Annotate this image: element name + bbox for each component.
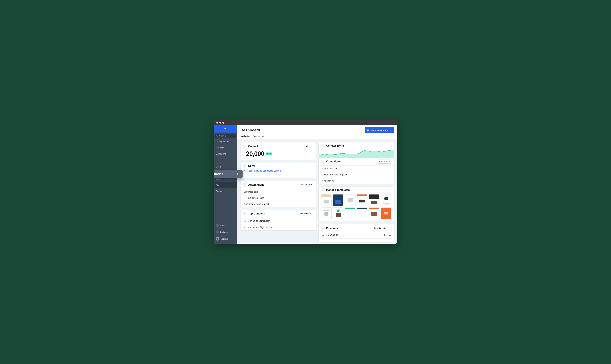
create-campaign-card-button[interactable]: Create New [378, 159, 391, 164]
avatar [216, 237, 219, 241]
template-thumbnail[interactable] [321, 208, 332, 219]
sidebar-item-getting-started[interactable]: Getting Started [214, 139, 237, 145]
card-icon-placeholder [321, 160, 324, 163]
chevron-down-icon [310, 213, 312, 214]
list-item[interactable]: We miss you [319, 178, 394, 184]
list-item[interactable]: September sale [319, 166, 394, 171]
sidebar-item-user[interactable]: Nathalie [214, 235, 237, 242]
tab-marketing[interactable]: Marketing [240, 135, 250, 139]
template-thumbnail[interactable] [321, 194, 332, 206]
add-contact-button[interactable]: Add [304, 144, 313, 148]
template-thumbnail[interactable] [357, 208, 368, 219]
chevron-right-icon [233, 238, 235, 240]
list-item[interactable]: Customer reviews request [319, 171, 394, 178]
chevron-right-icon [233, 141, 235, 143]
sidebar-item-apps[interactable]: Apps [214, 222, 237, 229]
card-title: News [248, 164, 313, 168]
template-thumbnail[interactable] [381, 194, 391, 206]
page-header: Dashboard Create a campaign Marketing Ec… [237, 125, 397, 139]
template-thumbnail[interactable] [381, 208, 391, 219]
tab-ecommerce[interactable]: Ecommerce [253, 135, 264, 139]
create-automation-button[interactable]: Create New [300, 183, 313, 187]
sidebar-item-campaigns[interactable]: Campaigns [214, 151, 237, 157]
template-thumbnail[interactable] [369, 208, 379, 219]
chevron-right-icon [233, 190, 235, 192]
sort-interaction-button[interactable]: Interaction [298, 212, 313, 216]
card-title: Contacts [248, 145, 302, 148]
card-title: Campaigns [326, 160, 376, 163]
templates-card: Manage Templates [319, 186, 394, 222]
template-thumbnail[interactable] [357, 194, 368, 206]
card-icon-placeholder [243, 212, 246, 215]
template-thumbnail[interactable] [345, 194, 356, 206]
page-title: Dashboard [240, 128, 260, 132]
card-icon-placeholder [243, 183, 246, 186]
pipelines-filter-button[interactable]: Last 3 months [373, 226, 391, 230]
main-area: Dashboard Create a campaign Marketing Ec… [237, 125, 397, 244]
card-title: Top Contacts [248, 212, 296, 215]
create-campaign-button[interactable]: Create a campaign [365, 127, 394, 133]
window-max-dot[interactable] [222, 122, 224, 124]
dashboard-content: Contacts Add 20,000 +20% [237, 139, 397, 244]
chevron-right-icon [233, 178, 235, 180]
window-min-dot[interactable] [219, 122, 221, 124]
apps-icon [216, 224, 219, 227]
list-item[interactable]: VIP exclusive access [241, 195, 316, 201]
sidebar-item-contacts[interactable]: Contacts [214, 145, 237, 151]
card-icon-placeholder [321, 144, 324, 147]
sidebar-item-reports[interactable]: Reports [214, 188, 237, 194]
pipelines-card: Pipelines Last 3 months EOFY Campaign $1… [319, 224, 394, 242]
app-window: Automations Search Getting Started Conta… [214, 120, 397, 244]
sidebar-item-settings[interactable]: Settings [214, 229, 237, 235]
sidebar-item-site[interactable]: Site [214, 182, 237, 188]
list-item[interactable]: Storewide sale [241, 189, 316, 195]
sidebar-highlight-automations[interactable]: Automations [214, 170, 242, 178]
person-icon [243, 169, 246, 172]
sidebar-item-automations-placeholder [214, 157, 237, 164]
pipeline-name: EOFY Campaign [321, 234, 338, 236]
sidebar: Search Getting Started Contacts Campaign… [214, 125, 237, 244]
sidebar-search[interactable]: Search [215, 134, 236, 138]
card-title: Automations [248, 183, 298, 186]
news-card: News Focus Fridays: Combating Burnout [240, 162, 316, 178]
gear-icon [216, 231, 219, 233]
card-icon-placeholder [243, 145, 246, 148]
person-icon [243, 220, 246, 222]
template-thumbnail[interactable] [333, 208, 344, 219]
news-carousel-dots[interactable] [243, 174, 313, 176]
template-thumbnail[interactable] [333, 194, 344, 206]
sidebar-nav: Getting Started Contacts Campaigns Deals… [214, 139, 237, 222]
search-placeholder: Search [219, 135, 226, 137]
card-title: Contact Trend [326, 144, 391, 147]
list-item[interactable]: Customer reviews request [241, 201, 316, 207]
pipeline-row[interactable]: EOFY Campaign $1,450 [319, 232, 394, 237]
person-icon [243, 226, 246, 229]
template-thumbnail[interactable] [369, 194, 379, 206]
campaigns-card: Campaigns Create New September sale Cust… [319, 157, 394, 184]
chevron-right-icon [237, 172, 239, 176]
window-close-dot[interactable] [216, 122, 218, 124]
chevron-right-icon [233, 147, 235, 149]
chevron-down-icon [389, 129, 391, 131]
sidebar-item-deals[interactable]: Deals [214, 164, 237, 170]
card-icon-placeholder [321, 188, 324, 192]
chevron-down-icon [388, 227, 389, 229]
list-item[interactable]: sam.sample@gmail.com [241, 224, 316, 230]
contacts-delta-badge: +20% [266, 153, 272, 155]
automations-card: Automations Create New Storewide sale VI… [240, 181, 316, 207]
list-item[interactable]: john.smith@gmail.com [241, 218, 316, 224]
sidebar-bottom: Apps Settings Nathalie [214, 222, 237, 244]
card-icon-placeholder [243, 164, 246, 168]
template-thumbnail[interactable] [345, 208, 356, 219]
chevron-right-icon [233, 231, 235, 233]
app-logo[interactable] [214, 125, 237, 132]
contact-trend-card: Contact Trend [319, 142, 394, 155]
chevron-right-icon [233, 184, 235, 186]
chevron-right-icon [233, 225, 235, 226]
sidebar-highlight-label: Automations [214, 172, 223, 176]
card-title: Manage Templates [326, 188, 391, 192]
pipeline-progress [321, 238, 391, 239]
news-headline-link[interactable]: Focus Fridays: Combating Burnout [248, 169, 281, 172]
left-column: Contacts Add 20,000 +20% [240, 142, 316, 242]
card-title: Pipelines [326, 227, 371, 230]
